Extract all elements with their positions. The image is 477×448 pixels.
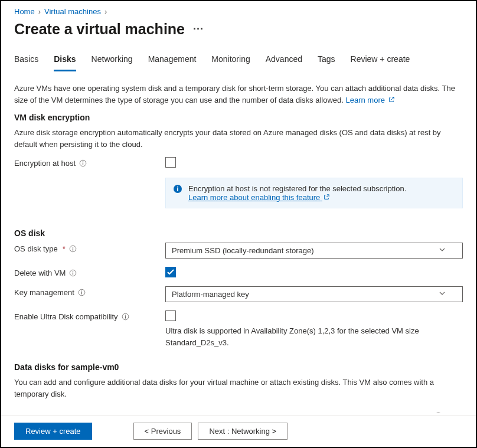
key-management-value: Platform-managed key xyxy=(172,290,249,299)
page-title: Create a virtual machine xyxy=(14,21,185,38)
tab-basics[interactable]: Basics xyxy=(14,51,38,71)
chevron-down-icon xyxy=(439,246,446,255)
encryption-info-link[interactable]: Learn more about enabling this feature xyxy=(188,193,329,202)
encryption-info-text: Encryption at host is not registered for… xyxy=(188,184,406,193)
info-icon[interactable] xyxy=(434,412,442,413)
previous-button[interactable]: < Previous xyxy=(133,423,192,440)
key-management-select[interactable]: Platform-managed key xyxy=(165,286,463,302)
ultra-disk-help-text: Ultra disk is supported in Availability … xyxy=(165,325,463,348)
col-header-delete-with-vm: Delete with VM xyxy=(380,411,463,413)
key-management-label: Key management xyxy=(14,288,74,297)
tab-tags[interactable]: Tags xyxy=(318,51,335,71)
tab-management[interactable]: Management xyxy=(148,51,197,71)
svg-point-13 xyxy=(81,290,82,291)
encryption-at-host-checkbox[interactable] xyxy=(165,157,176,168)
svg-rect-8 xyxy=(73,248,73,251)
review-create-button[interactable]: Review + create xyxy=(14,423,92,440)
chevron-down-icon xyxy=(439,290,446,299)
external-link-icon xyxy=(388,94,394,100)
svg-point-4 xyxy=(177,187,178,188)
encryption-info-banner: Encryption at host is not registered for… xyxy=(165,178,463,208)
encryption-at-host-label: Encryption at host xyxy=(14,159,76,168)
encryption-description: Azure disk storage encryption automatica… xyxy=(14,127,463,150)
svg-point-16 xyxy=(125,315,125,315)
breadcrumb: Home › Virtual machines › xyxy=(14,7,463,16)
info-icon[interactable] xyxy=(79,159,87,167)
required-indicator: * xyxy=(63,244,66,253)
breadcrumb-virtual-machines[interactable]: Virtual machines xyxy=(44,7,101,16)
col-header-size: Size (GiB) xyxy=(144,411,209,413)
delete-with-vm-checkbox[interactable] xyxy=(165,267,176,277)
col-header-host-caching: Host cachi... xyxy=(315,411,380,413)
info-filled-icon xyxy=(173,184,182,202)
wizard-tabs: Basics Disks Networking Management Monit… xyxy=(14,51,463,72)
tab-advanced[interactable]: Advanced xyxy=(266,51,302,71)
svg-point-10 xyxy=(73,271,73,272)
tab-disks[interactable]: Disks xyxy=(54,51,76,71)
ultra-disk-label: Enable Ultra Disk compatibility xyxy=(14,312,118,321)
os-disk-type-select[interactable]: Premium SSD (locally-redundant storage) xyxy=(165,243,463,259)
section-heading-data-disks: Data disks for sample-vm0 xyxy=(14,362,463,372)
svg-point-18 xyxy=(436,413,442,413)
svg-rect-14 xyxy=(81,292,82,295)
col-header-name: Name xyxy=(50,411,144,413)
data-disks-table-header: LUN Name Size (GiB) Disk type Host cachi… xyxy=(14,407,463,413)
more-actions-button[interactable]: ··· xyxy=(193,23,204,35)
chevron-right-icon: › xyxy=(104,7,107,16)
svg-rect-17 xyxy=(125,316,126,319)
info-icon[interactable] xyxy=(69,245,77,253)
section-heading-os-disk: OS disk xyxy=(14,228,463,238)
learn-more-link[interactable]: Learn more xyxy=(346,96,394,104)
data-disks-description: You can add and configure additional dat… xyxy=(14,377,463,400)
info-icon[interactable] xyxy=(122,313,129,321)
page-title-row: Create a virtual machine ··· xyxy=(14,21,463,38)
breadcrumb-home[interactable]: Home xyxy=(14,7,35,16)
svg-rect-2 xyxy=(83,163,83,165)
next-button[interactable]: Next : Networking > xyxy=(198,423,287,440)
os-disk-type-label: OS disk type xyxy=(14,244,58,253)
info-icon[interactable] xyxy=(78,289,86,296)
tab-networking[interactable]: Networking xyxy=(92,51,133,71)
external-link-icon xyxy=(324,193,329,199)
tab-monitoring[interactable]: Monitoring xyxy=(211,51,250,71)
svg-point-1 xyxy=(83,161,83,162)
delete-with-vm-label: Delete with VM xyxy=(14,269,66,277)
os-disk-type-value: Premium SSD (locally-redundant storage) xyxy=(172,246,314,255)
tab-review-create[interactable]: Review + create xyxy=(351,51,410,71)
info-icon[interactable] xyxy=(69,269,77,277)
col-header-disk-type: Disk type xyxy=(209,411,315,413)
section-heading-encryption: VM disk encryption xyxy=(14,113,463,122)
svg-point-7 xyxy=(73,247,73,247)
col-header-lun: LUN xyxy=(14,411,50,413)
svg-rect-5 xyxy=(177,188,178,191)
chevron-right-icon: › xyxy=(38,7,41,16)
svg-rect-11 xyxy=(73,273,73,275)
ultra-disk-checkbox[interactable] xyxy=(165,310,176,321)
wizard-footer: Review + create < Previous Next : Networ… xyxy=(1,415,476,447)
intro-description: Azure VMs have one operating system disk… xyxy=(14,83,463,106)
